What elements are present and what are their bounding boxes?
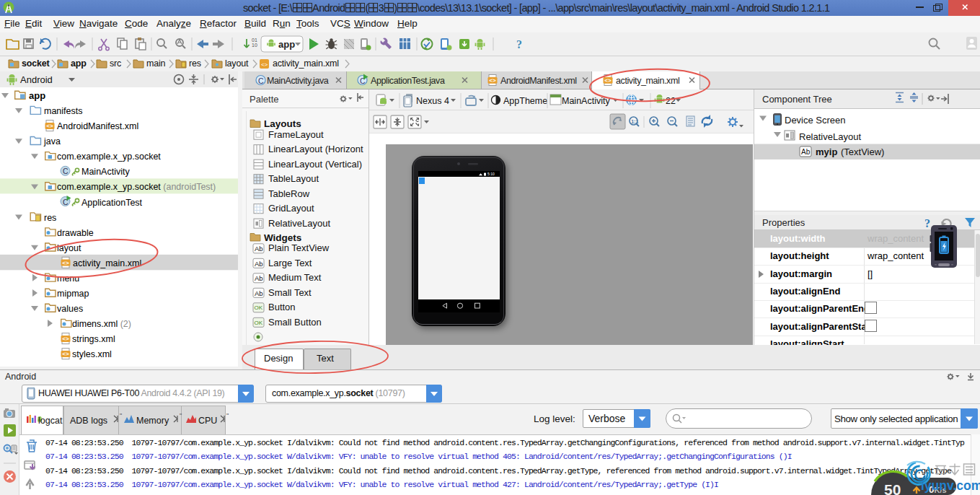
svg-text:5:10: 5:10 — [487, 172, 495, 176]
svg-text:AppTheme: AppTheme — [503, 96, 547, 106]
svg-text:Button: Button — [268, 302, 296, 312]
svg-text:?: ? — [516, 38, 522, 51]
svg-text:ApplicationTest.java: ApplicationTest.java — [371, 76, 445, 86]
svg-text:01: 01 — [252, 38, 257, 43]
svg-text:Component Tree: Component Tree — [762, 94, 832, 105]
svg-text:app: app — [29, 90, 45, 101]
svg-text:Small Text: Small Text — [268, 287, 312, 298]
svg-text:": " — [226, 412, 229, 419]
svg-text:FrameLayout: FrameLayout — [268, 129, 324, 140]
svg-text:Device Screen: Device Screen — [785, 115, 846, 126]
svg-text:manifests: manifests — [44, 106, 83, 116]
svg-text:": " — [120, 412, 122, 419]
svg-text:Ab: Ab — [255, 245, 263, 253]
svg-text:res: res — [44, 213, 56, 223]
svg-text:ADB logs: ADB logs — [70, 416, 107, 426]
svg-text:LinearLayout (Horizont: LinearLayout (Horizont — [268, 144, 363, 154]
svg-text:Widgets: Widgets — [264, 232, 301, 243]
svg-text:AndroidManifest.xml: AndroidManifest.xml — [500, 76, 577, 86]
svg-text:1:1: 1:1 — [631, 119, 638, 124]
svg-text:RelativeLayout: RelativeLayout — [799, 131, 861, 142]
svg-text:22: 22 — [666, 96, 676, 106]
svg-text:app: app — [278, 39, 295, 50]
svg-text:Ab: Ab — [255, 274, 263, 282]
svg-text:Nexus 4: Nexus 4 — [416, 96, 449, 106]
svg-text:Small Button: Small Button — [268, 317, 322, 328]
svg-text:Large Text: Large Text — [268, 258, 312, 268]
svg-text:MainActivity: MainActivity — [562, 96, 610, 106]
svg-text:?: ? — [924, 217, 930, 229]
svg-text:Plain TextView: Plain TextView — [268, 242, 330, 253]
svg-text:values: values — [57, 304, 83, 314]
svg-text:menu: menu — [57, 273, 79, 284]
svg-text:MainActivity.java: MainActivity.java — [267, 76, 329, 86]
svg-text:Medium Text: Medium Text — [268, 272, 322, 283]
svg-text:Properties: Properties — [762, 217, 805, 228]
svg-text:com.example.x_yp.socket: com.example.x_yp.socket — [57, 152, 161, 162]
svg-text:LinearLayout (Vertical): LinearLayout (Vertical) — [268, 159, 362, 170]
svg-text:TableRow: TableRow — [268, 188, 310, 199]
svg-text:Ab: Ab — [801, 148, 811, 156]
svg-text:CPU: CPU — [198, 416, 217, 426]
svg-text:<>: <> — [489, 77, 496, 84]
svg-text:drawable: drawable — [57, 228, 94, 238]
svg-text:<>: <> — [604, 77, 612, 84]
svg-text:(TextView): (TextView) — [841, 146, 884, 157]
svg-text:Ab: Ab — [255, 289, 263, 297]
svg-text:strings.xml: strings.xml — [72, 334, 115, 344]
svg-text:myip: myip — [816, 146, 837, 157]
svg-text:10: 10 — [252, 43, 257, 48]
svg-text:RelativeLayout: RelativeLayout — [268, 218, 330, 229]
svg-text:C: C — [258, 76, 264, 85]
svg-text:Android: Android — [20, 74, 53, 85]
svg-text:Layouts: Layouts — [264, 118, 301, 129]
svg-text:activity_main.xml: activity_main.xml — [616, 76, 679, 86]
svg-text:activity_main.xml: activity_main.xml — [73, 258, 141, 268]
svg-text:ApplicationTest: ApplicationTest — [81, 198, 143, 208]
svg-text:Memory: Memory — [136, 416, 169, 426]
svg-text:<>: <> — [261, 61, 268, 68]
svg-text:": " — [180, 412, 182, 419]
svg-text:MainActivity: MainActivity — [81, 167, 130, 177]
svg-text:dimens.xml (2): dimens.xml (2) — [72, 319, 131, 329]
svg-text:Palette: Palette — [250, 94, 278, 105]
svg-text:layout: layout — [57, 243, 81, 253]
svg-text:mipmap: mipmap — [57, 289, 89, 299]
svg-text:OK: OK — [255, 305, 263, 311]
svg-text:java: java — [43, 136, 61, 146]
svg-text:OK: OK — [255, 320, 263, 326]
svg-text:styles.xml: styles.xml — [72, 349, 112, 359]
svg-text:com.example.x_yp.socket (andro: com.example.x_yp.socket (androidTest) — [57, 182, 216, 192]
svg-text:Ab: Ab — [255, 260, 263, 268]
svg-text:GridLayout: GridLayout — [268, 203, 314, 214]
svg-text:AndroidManifest.xml: AndroidManifest.xml — [57, 121, 138, 131]
svg-text:logcat: logcat — [38, 416, 63, 426]
svg-text:TableLayout: TableLayout — [268, 173, 319, 184]
